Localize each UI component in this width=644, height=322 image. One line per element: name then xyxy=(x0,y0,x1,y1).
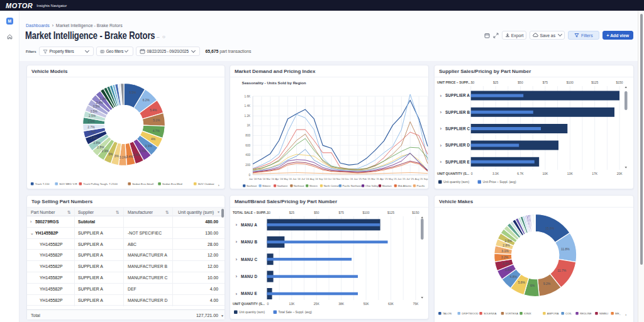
svg-text:DRIFTWOOD: DRIFTWOOD xyxy=(462,312,479,315)
svg-text:63K: 63K xyxy=(388,302,394,306)
svg-text:2.8%: 2.8% xyxy=(97,146,104,149)
svg-text:2.7%: 2.7% xyxy=(89,131,96,134)
svg-text:2.8%: 2.8% xyxy=(502,243,510,247)
svg-text:May '24: May '24 xyxy=(284,177,292,180)
svg-text:Northeast: Northeast xyxy=(294,184,304,187)
svg-text:600: 600 xyxy=(245,144,250,147)
svg-text:›: › xyxy=(236,222,238,228)
svg-text:6%: 6% xyxy=(530,284,535,287)
svg-text:6.7K: 6.7K xyxy=(517,172,524,175)
svg-text:Mountain: Mountain xyxy=(382,184,392,187)
svg-text:MANU A: MANU A xyxy=(241,223,257,227)
svg-text:Unit Price – Suppl. (avg): Unit Price – Suppl. (avg) xyxy=(483,180,516,184)
svg-text:Southeast: Southeast xyxy=(247,184,257,187)
svg-text:Truck Pulling Tough- T-2100: Truck Pulling Tough- T-2100 xyxy=(83,182,118,186)
svg-text:North Central: North Central xyxy=(324,184,339,187)
svg-text:3.1%: 3.1% xyxy=(119,156,127,159)
svg-text:6.2%: 6.2% xyxy=(143,99,150,102)
svg-text:3.3K: 3.3K xyxy=(492,172,499,175)
svg-text:NIMBLI: NIMBLI xyxy=(599,312,608,315)
svg-text:38K: 38K xyxy=(338,302,345,306)
svg-text:3.1%: 3.1% xyxy=(501,249,509,253)
svg-text:$125: $125 xyxy=(387,211,394,214)
svg-text:1.2K: 1.2K xyxy=(245,114,251,118)
svg-text:3.4%: 3.4% xyxy=(126,155,134,158)
svg-text:$100: $100 xyxy=(567,80,574,84)
svg-text:›: › xyxy=(625,313,626,316)
svg-text:Oct '24: Oct '24 xyxy=(328,177,336,180)
svg-text:UNIT PRICE – SUPP...: UNIT PRICE – SUPP... xyxy=(437,80,471,84)
svg-text:15.8%: 15.8% xyxy=(545,226,555,230)
svg-text:$75: $75 xyxy=(339,211,345,214)
svg-text:Apr '25: Apr '25 xyxy=(380,177,388,180)
svg-text:May '25: May '25 xyxy=(389,177,397,180)
svg-text:2.8%: 2.8% xyxy=(91,136,98,140)
svg-text:$0: $0 xyxy=(471,80,475,84)
svg-text:UNIT QUANTITY (S...: UNIT QUANTITY (S... xyxy=(233,302,265,306)
svg-text:Feb '25: Feb '25 xyxy=(362,177,370,180)
svg-text:5.1%: 5.1% xyxy=(153,119,160,122)
svg-text:4%: 4% xyxy=(151,138,156,141)
svg-text:4.8%: 4.8% xyxy=(510,275,518,279)
svg-text:4.7%: 4.7% xyxy=(153,130,160,133)
svg-text:MANU B: MANU B xyxy=(241,240,257,244)
svg-text:Jan '25: Jan '25 xyxy=(354,177,362,180)
svg-text:SUV MED V-R: SUV MED V-R xyxy=(59,182,77,186)
svg-text:›: › xyxy=(236,239,238,245)
svg-text:0: 0 xyxy=(248,174,250,177)
svg-text:$50: $50 xyxy=(518,80,523,84)
svg-text:0: 0 xyxy=(267,302,269,306)
svg-text:SUPPLIER D: SUPPLIER D xyxy=(445,143,470,147)
svg-text:2.7%: 2.7% xyxy=(87,126,95,129)
svg-text:75K: 75K xyxy=(413,302,419,306)
svg-text:3%: 3% xyxy=(108,153,113,156)
svg-text:TOTAL SALE – SUPP...: TOTAL SALE – SUPP... xyxy=(233,211,268,214)
svg-text:›: › xyxy=(236,291,238,297)
svg-text:1K: 1K xyxy=(247,124,251,127)
svg-text:Jul '25: Jul '25 xyxy=(406,177,414,180)
svg-text:2.5%: 2.5% xyxy=(505,239,513,243)
svg-text:3.9%: 3.9% xyxy=(145,145,153,148)
svg-text:13K: 13K xyxy=(567,172,574,175)
svg-text:$150: $150 xyxy=(412,211,419,214)
svg-text:25K: 25K xyxy=(314,302,320,306)
svg-text:UNIT QUANTITY (S...: UNIT QUANTITY (S... xyxy=(437,172,469,175)
svg-text:$25: $25 xyxy=(289,211,295,214)
svg-text:IONIX: IONIX xyxy=(524,312,531,315)
svg-text:1.4K: 1.4K xyxy=(245,104,251,108)
svg-text:Unit quantity (sum): Unit quantity (sum) xyxy=(443,180,469,184)
svg-text:10K: 10K xyxy=(542,172,548,175)
svg-text:›: › xyxy=(440,93,442,99)
svg-text:MANU D: MANU D xyxy=(241,274,257,279)
svg-text:Feb '24: Feb '24 xyxy=(258,177,266,180)
svg-text:SUPPLIER C: SUPPLIER C xyxy=(445,126,470,131)
svg-text:AMPORA: AMPORA xyxy=(547,312,559,315)
svg-text:11.8%: 11.8% xyxy=(561,247,570,251)
svg-text:8.5%: 8.5% xyxy=(129,91,136,94)
svg-text:Aug '24: Aug '24 xyxy=(310,177,318,180)
svg-text:›: › xyxy=(440,159,442,165)
svg-text:2.5%: 2.5% xyxy=(91,110,98,113)
svg-text:Truck T-110: Truck T-110 xyxy=(35,182,50,186)
svg-text:3.2%: 3.2% xyxy=(501,255,509,259)
svg-text:Jan '24: Jan '24 xyxy=(249,177,257,180)
svg-text:5.8%: 5.8% xyxy=(518,280,526,284)
svg-text:Unit quantity (sum): Unit quantity (sum) xyxy=(239,311,265,314)
svg-text:Sep '24: Sep '24 xyxy=(319,177,327,180)
svg-text:5.4%: 5.4% xyxy=(150,109,157,112)
svg-text:2.5%: 2.5% xyxy=(93,105,101,108)
svg-text:Pacific: Pacific xyxy=(417,184,425,187)
svg-text:TALON: TALON xyxy=(443,312,452,315)
svg-text:Aug '25: Aug '25 xyxy=(415,177,423,180)
svg-text:Mar '25: Mar '25 xyxy=(371,177,379,180)
svg-text:SUPPLIER B: SUPPLIER B xyxy=(445,110,470,114)
svg-text:3.5%: 3.5% xyxy=(139,150,147,153)
svg-text:Pacific Northwest: Pacific Northwest xyxy=(343,184,363,187)
svg-text:›: › xyxy=(440,126,442,131)
svg-text:›: › xyxy=(236,257,238,262)
svg-text:MANU E: MANU E xyxy=(241,291,257,296)
svg-text:MANU C: MANU C xyxy=(241,257,257,262)
svg-text:200: 200 xyxy=(245,164,250,167)
svg-text:›: › xyxy=(218,183,219,187)
svg-text:Jun '24: Jun '24 xyxy=(292,177,301,180)
